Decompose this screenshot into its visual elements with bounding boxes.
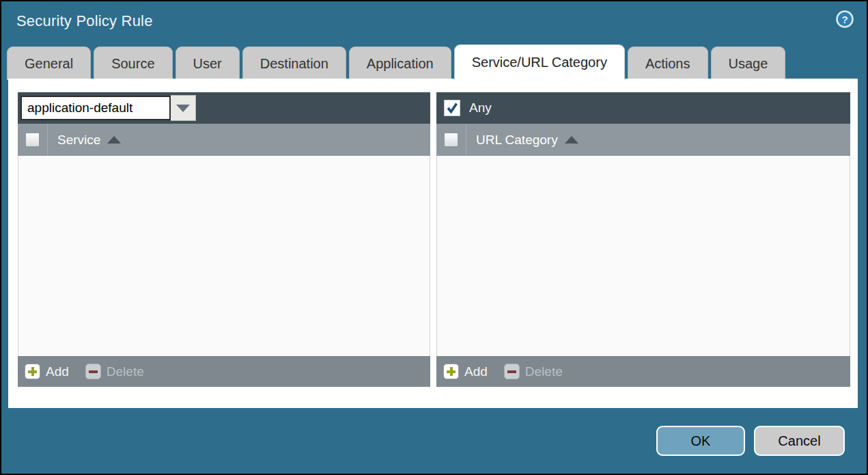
url-category-footer: Add Delete (436, 356, 850, 387)
service-select-all-checkbox[interactable] (25, 133, 40, 147)
delete-button-label: Delete (525, 364, 563, 379)
url-category-select-all-cell (436, 124, 466, 156)
add-icon (443, 364, 459, 379)
cancel-button[interactable]: Cancel (754, 426, 845, 456)
url-category-panel: Any URL Category Add (436, 92, 850, 387)
delete-icon (85, 364, 101, 379)
service-type-input[interactable] (20, 96, 171, 120)
url-category-table-body[interactable] (436, 156, 850, 356)
service-select-all-cell (18, 124, 48, 156)
add-button-label: Add (46, 364, 69, 379)
help-icon[interactable]: ? (835, 10, 854, 29)
delete-icon (504, 364, 520, 379)
chevron-down-icon (176, 105, 190, 112)
service-type-combobox (20, 95, 196, 121)
sort-ascending-icon (565, 136, 578, 144)
delete-button-label: Delete (107, 364, 144, 379)
url-category-column-header[interactable]: URL Category (476, 133, 578, 148)
url-category-column-label: URL Category (476, 133, 558, 148)
any-checkbox[interactable] (444, 100, 460, 116)
tab-service-url-category[interactable]: Service/URL Category (454, 44, 625, 80)
service-footer: Add Delete (18, 356, 430, 387)
tab-user[interactable]: User (176, 46, 240, 80)
service-type-dropdown-button[interactable] (171, 95, 196, 121)
add-icon (25, 364, 40, 379)
check-icon (446, 102, 458, 114)
url-category-table-header: URL Category (436, 124, 850, 156)
titlebar: Security Policy Rule ? (1, 1, 867, 45)
tab-destination[interactable]: Destination (242, 46, 346, 80)
sort-ascending-icon (107, 136, 121, 144)
svg-text:?: ? (841, 14, 848, 25)
tab-source[interactable]: Source (94, 46, 172, 80)
service-column-header[interactable]: Service (57, 133, 121, 148)
ok-button[interactable]: OK (656, 426, 745, 456)
tab-content: Service Add Delete (8, 79, 858, 408)
service-delete-button[interactable]: Delete (85, 364, 144, 379)
dialog-actions: OK Cancel (656, 426, 845, 456)
tab-usage[interactable]: Usage (711, 46, 786, 80)
service-column-label: Service (57, 133, 100, 148)
service-toolbar (18, 92, 430, 124)
tab-general[interactable]: General (7, 46, 91, 80)
service-table-body[interactable] (18, 156, 430, 356)
security-policy-rule-dialog: Security Policy Rule ? General Source Us… (1, 1, 867, 474)
dialog-title: Security Policy Rule (16, 12, 153, 30)
tab-strip: General Source User Destination Applicat… (7, 46, 861, 80)
service-table-header: Service (18, 124, 430, 156)
tab-actions[interactable]: Actions (628, 46, 708, 80)
add-button-label: Add (464, 364, 488, 379)
service-panel: Service Add Delete (18, 92, 430, 387)
url-category-select-all-checkbox[interactable] (444, 133, 458, 147)
tab-application[interactable]: Application (349, 46, 451, 80)
any-row: Any (439, 100, 492, 116)
url-category-toolbar: Any (436, 92, 850, 124)
url-category-add-button[interactable]: Add (443, 364, 488, 379)
url-category-delete-button[interactable]: Delete (504, 364, 563, 379)
service-add-button[interactable]: Add (25, 364, 69, 379)
any-label: Any (469, 100, 492, 116)
